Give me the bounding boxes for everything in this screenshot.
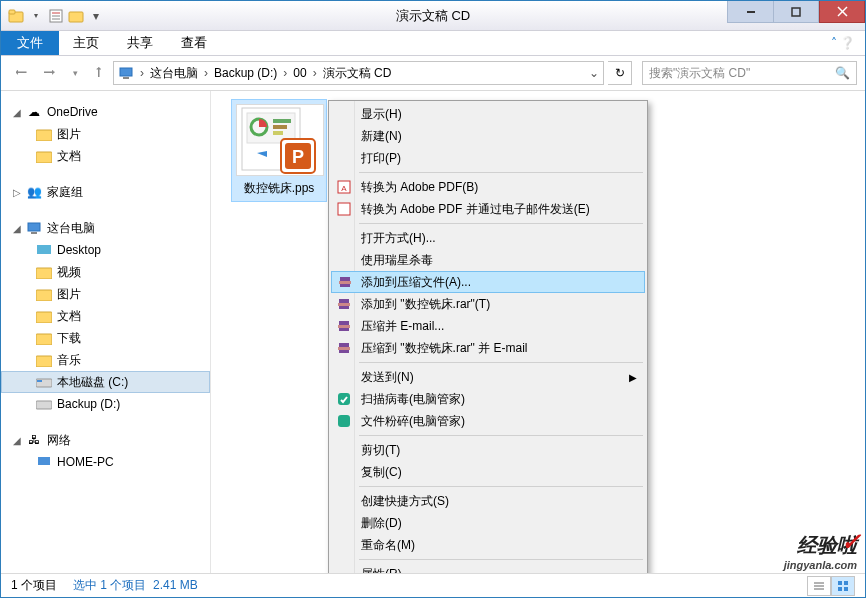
menu-display[interactable]: 显示(H)	[331, 103, 645, 125]
menu-antivirus-rising[interactable]: 使用瑞星杀毒	[331, 249, 645, 271]
menu-rename[interactable]: 重命名(M)	[331, 534, 645, 556]
details-view-button[interactable]	[807, 576, 831, 596]
svg-rect-19	[36, 290, 52, 301]
tree-onedrive[interactable]: ◢☁OneDrive	[1, 101, 210, 123]
tree-item[interactable]: 视频	[1, 261, 210, 283]
svg-rect-44	[338, 325, 350, 328]
window-controls	[727, 1, 865, 23]
refresh-button[interactable]: ↻	[608, 61, 632, 85]
up-button[interactable]: 🠕	[89, 61, 109, 85]
svg-rect-11	[120, 68, 132, 76]
svg-rect-47	[338, 393, 350, 405]
search-placeholder: 搜索"演示文稿 CD"	[649, 65, 750, 82]
tree-item-selected[interactable]: 本地磁盘 (C:)	[1, 371, 210, 393]
svg-rect-46	[338, 347, 350, 350]
ribbon-tab-home[interactable]: 主页	[59, 31, 113, 55]
svg-rect-48	[338, 415, 350, 427]
winrar-icon	[336, 273, 354, 291]
tree-item[interactable]: Desktop	[1, 239, 210, 261]
chevron-right-icon[interactable]: ›	[281, 66, 289, 80]
icons-view-button[interactable]	[831, 576, 855, 596]
breadcrumb-seg[interactable]: Backup (D:)	[210, 66, 281, 80]
drive-icon	[35, 396, 53, 412]
menu-openwith[interactable]: 打开方式(H)...	[331, 227, 645, 249]
menu-compress-email[interactable]: 压缩并 E-mail...	[331, 315, 645, 337]
tree-item[interactable]: Backup (D:)	[1, 393, 210, 415]
status-size: 2.41 MB	[153, 578, 198, 592]
menu-convert-pdf[interactable]: A转换为 Adobe PDF(B)	[331, 176, 645, 198]
qat-overflow-icon[interactable]: ▾	[87, 7, 105, 25]
file-item-selected[interactable]: P 数控铣床.pps	[231, 99, 327, 202]
history-dropdown[interactable]: ▾	[65, 61, 85, 85]
tree-item[interactable]: 文档	[1, 145, 210, 167]
svg-rect-22	[36, 356, 52, 367]
checkmark-icon: ✓	[841, 528, 861, 556]
network-icon: 🖧	[25, 432, 43, 448]
ribbon-tab-view[interactable]: 查看	[167, 31, 221, 55]
downloads-folder-icon	[35, 330, 53, 346]
guanjia-icon	[335, 412, 353, 430]
tree-item[interactable]: 下载	[1, 327, 210, 349]
tree-item[interactable]: 音乐	[1, 349, 210, 371]
menu-cut[interactable]: 剪切(T)	[331, 439, 645, 461]
close-button[interactable]	[819, 1, 865, 23]
svg-rect-15	[28, 223, 40, 231]
svg-text:P: P	[292, 147, 304, 167]
svg-rect-13	[36, 130, 52, 141]
breadcrumb-seg[interactable]: 演示文稿 CD	[319, 65, 396, 82]
search-icon[interactable]: 🔍	[835, 66, 850, 80]
tree-network[interactable]: ◢🖧网络	[1, 429, 210, 451]
menu-copy[interactable]: 复制(C)	[331, 461, 645, 483]
svg-rect-42	[338, 303, 350, 306]
menu-convert-pdf-email[interactable]: 转换为 Adobe PDF 并通过电子邮件发送(E)	[331, 198, 645, 220]
svg-rect-38	[338, 203, 350, 215]
pc-icon	[25, 220, 43, 236]
svg-rect-26	[38, 457, 50, 465]
ribbon-file-tab[interactable]: 文件	[1, 31, 59, 55]
view-mode-buttons	[807, 576, 855, 596]
pc-icon	[35, 454, 53, 470]
status-selection: 选中 1 个项目	[73, 578, 146, 592]
menu-delete[interactable]: 删除(D)	[331, 512, 645, 534]
search-input[interactable]: 搜索"演示文稿 CD" 🔍	[642, 61, 857, 85]
address-dropdown-icon[interactable]: ⌄	[585, 66, 603, 80]
svg-rect-20	[36, 312, 52, 323]
breadcrumb-seg[interactable]: 00	[289, 66, 310, 80]
back-button[interactable]: 🠔	[9, 61, 33, 85]
winrar-icon	[335, 317, 353, 335]
menu-print[interactable]: 打印(P)	[331, 147, 645, 169]
folder-icon[interactable]	[7, 7, 25, 25]
qat-dropdown-icon[interactable]: ▾	[27, 7, 45, 25]
tree-item[interactable]: 文档	[1, 305, 210, 327]
minimize-button[interactable]	[727, 1, 773, 23]
menu-add-to-archive[interactable]: 添加到压缩文件(A)...	[331, 271, 645, 293]
menu-add-to-rar[interactable]: 添加到 "数控铣床.rar"(T)	[331, 293, 645, 315]
chevron-right-icon[interactable]: ›	[138, 66, 146, 80]
menu-shred-file[interactable]: 文件粉碎(电脑管家)	[331, 410, 645, 432]
svg-rect-30	[273, 119, 291, 123]
tree-item[interactable]: HOME-PC	[1, 451, 210, 473]
svg-rect-16	[31, 232, 37, 234]
tree-homegroup[interactable]: ▷👥家庭组	[1, 181, 210, 203]
forward-button[interactable]: 🠖	[37, 61, 61, 85]
menu-new[interactable]: 新建(N)	[331, 125, 645, 147]
chevron-right-icon[interactable]: ›	[311, 66, 319, 80]
ribbon-help-icon[interactable]: ˄ ❔	[821, 31, 865, 55]
properties-icon[interactable]	[47, 7, 65, 25]
menu-scan-virus[interactable]: 扫描病毒(电脑管家)	[331, 388, 645, 410]
breadcrumb[interactable]: › 这台电脑 › Backup (D:) › 00 › 演示文稿 CD ⌄	[113, 61, 604, 85]
documents-folder-icon	[35, 308, 53, 324]
tree-thispc[interactable]: ◢这台电脑	[1, 217, 210, 239]
nav-tree[interactable]: ◢☁OneDrive 图片 文档 ▷👥家庭组 ◢这台电脑 Desktop 视频 …	[1, 91, 211, 573]
maximize-button[interactable]	[773, 1, 819, 23]
tree-item[interactable]: 图片	[1, 123, 210, 145]
chevron-right-icon[interactable]: ›	[202, 66, 210, 80]
menu-create-shortcut[interactable]: 创建快捷方式(S)	[331, 490, 645, 512]
ribbon-tab-share[interactable]: 共享	[113, 31, 167, 55]
menu-compress-rar-email[interactable]: 压缩到 "数控铣床.rar" 并 E-mail	[331, 337, 645, 359]
new-folder-icon[interactable]	[67, 7, 85, 25]
tree-item[interactable]: 图片	[1, 283, 210, 305]
winrar-icon	[335, 339, 353, 357]
menu-sendto[interactable]: 发送到(N)▶	[331, 366, 645, 388]
breadcrumb-seg[interactable]: 这台电脑	[146, 65, 202, 82]
